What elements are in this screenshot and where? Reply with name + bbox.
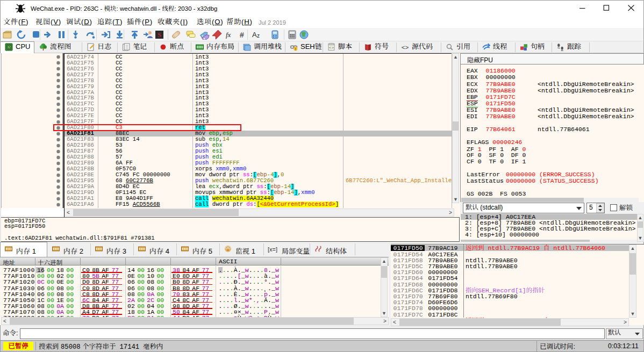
svg-text:fx: fx [226, 31, 231, 39]
svg-text:<>: <> [402, 44, 409, 51]
svg-text:#: # [240, 31, 244, 39]
svg-text:A: A [252, 31, 257, 39]
svg-text:<>: <> [329, 45, 334, 50]
svg-text:32: 32 [7, 45, 11, 49]
svg-text:!: ! [295, 47, 296, 51]
svg-text:z: z [257, 33, 260, 39]
svg-text:S: S [158, 31, 161, 39]
